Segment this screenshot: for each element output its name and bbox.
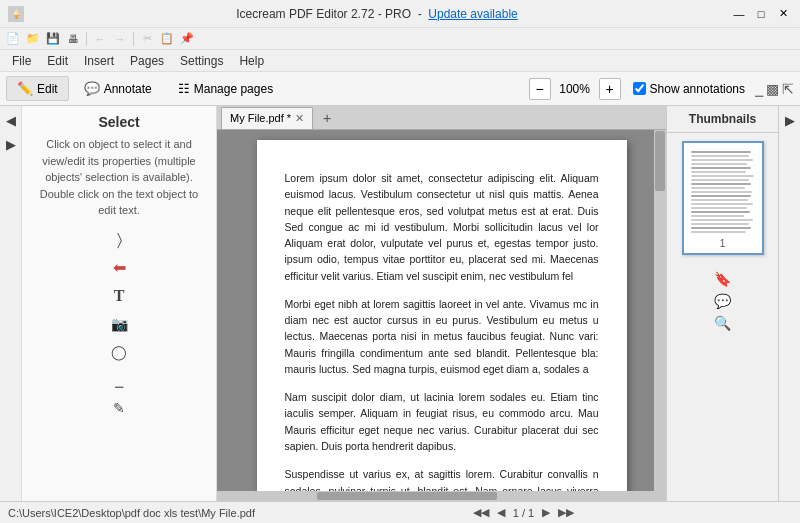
zoom-out-button[interactable]: − (529, 78, 551, 100)
hand-tool-icon[interactable]: 〉 (108, 229, 130, 251)
vertical-scrollbar[interactable] (654, 130, 666, 491)
zoom-value: 100% (555, 82, 595, 96)
line-tool-icon[interactable]: ⎯ (108, 369, 130, 391)
first-page-button[interactable]: ◀◀ (473, 505, 489, 521)
tab-label: My File.pdf * (230, 112, 291, 124)
right-tool-strip: ▶ (778, 106, 800, 501)
annotation-icons: ⎯ ▩ ⇱ (755, 81, 794, 97)
right-panel-icons: 🔖 💬 🔍 (667, 263, 778, 339)
left-tool-panel: ◀ ▶ (0, 106, 22, 501)
thumbnails-header: Thumbnails (667, 106, 778, 133)
menubar: File Edit Insert Pages Settings Help (0, 50, 800, 72)
pdf-canvas[interactable]: Lorem ipsum dolor sit amet, consectetur … (217, 130, 666, 491)
select-tool-icon[interactable]: ⬅ (108, 257, 130, 279)
tab-bar: My File.pdf * ✕ + (217, 106, 666, 130)
separator (133, 32, 134, 46)
file-path: C:\Users\ICE2\Desktop\pdf doc xls test\M… (8, 507, 255, 519)
menu-settings[interactable]: Settings (172, 52, 231, 70)
thumbnail-number: 1 (720, 238, 726, 249)
manage-pages-button[interactable]: ☷ Manage pages (167, 76, 284, 101)
menu-pages[interactable]: Pages (122, 52, 172, 70)
prev-page-button[interactable]: ◀ (493, 505, 509, 521)
bookmark-icon[interactable]: 🔖 (714, 271, 731, 287)
chat-icon: 💬 (84, 81, 100, 96)
edit-label: Edit (37, 82, 58, 96)
thumbnails-panel: Thumbnails (666, 106, 778, 501)
pages-icon: ☷ (178, 81, 190, 96)
show-annotations-checkbox[interactable] (633, 82, 646, 95)
print-icon[interactable]: 🖶 (64, 30, 82, 48)
menu-insert[interactable]: Insert (76, 52, 122, 70)
bottom-navigation: ◀◀ ◀ 1 / 1 ▶ ▶▶ (473, 505, 574, 521)
save-icon[interactable]: 💾 (44, 30, 62, 48)
titlebar-controls: — □ ✕ (730, 5, 792, 23)
tab-close-button[interactable]: ✕ (295, 112, 304, 125)
copy-icon[interactable]: 📋 (158, 30, 176, 48)
next-panel-button[interactable]: ▶ (1, 134, 21, 154)
paste-icon[interactable]: 📌 (178, 30, 196, 48)
shape-tool-icon[interactable]: ◯ (108, 341, 130, 363)
new-icon[interactable]: 📄 (4, 30, 22, 48)
thumbnail-preview (688, 147, 758, 235)
draw-tool-icon[interactable]: ✎ (108, 397, 130, 419)
annotate-label: Annotate (104, 82, 152, 96)
pdf-page: Lorem ipsum dolor sit amet, consectetur … (257, 140, 627, 491)
titlebar-title: Icecream PDF Editor 2.72 - PRO - Update … (24, 7, 730, 21)
maximize-button[interactable]: □ (752, 5, 770, 23)
cut-icon[interactable]: ✂ (138, 30, 156, 48)
text-tool-icon[interactable]: T (108, 285, 130, 307)
scrollbar-thumb[interactable] (655, 131, 665, 191)
pdf-paragraph-2: Morbi eget nibh at lorem sagittis laoree… (285, 296, 599, 377)
pencil-icon: ✏️ (17, 81, 33, 96)
annot-icon-1[interactable]: ⎯ (755, 81, 763, 97)
titlebar: 🍦 Icecream PDF Editor 2.72 - PRO - Updat… (0, 0, 800, 28)
annot-icon-2[interactable]: ▩ (766, 81, 779, 97)
content-area: My File.pdf * ✕ + Lorem ipsum dolor sit … (217, 106, 666, 501)
next-page-button[interactable]: ▶ (538, 505, 554, 521)
edit-button[interactable]: ✏️ Edit (6, 76, 69, 101)
pdf-paragraph-4: Suspendisse ut varius ex, at sagittis lo… (285, 466, 599, 491)
thumbnail-page-1[interactable]: 1 (682, 141, 764, 255)
page-indicator: 1 / 1 (513, 507, 534, 519)
pdf-tab[interactable]: My File.pdf * ✕ (221, 107, 313, 129)
annotate-button[interactable]: 💬 Annotate (73, 76, 163, 101)
select-title: Select (22, 106, 216, 136)
action-toolbar: ✏️ Edit 💬 Annotate ☷ Manage pages − 100%… (0, 72, 800, 106)
annot-icon-3[interactable]: ⇱ (782, 81, 794, 97)
add-tab-button[interactable]: + (317, 108, 337, 128)
show-annotations: Show annotations (633, 82, 745, 96)
open-icon[interactable]: 📁 (24, 30, 42, 48)
separator (86, 32, 87, 46)
undo-icon[interactable]: ← (91, 30, 109, 48)
panel-toggle-button[interactable]: ▶ (780, 110, 800, 130)
bottom-bar: C:\Users\ICE2\Desktop\pdf doc xls test\M… (0, 501, 800, 523)
close-button[interactable]: ✕ (774, 5, 792, 23)
manage-pages-label: Manage pages (194, 82, 273, 96)
menu-file[interactable]: File (4, 52, 39, 70)
menu-edit[interactable]: Edit (39, 52, 76, 70)
menu-help[interactable]: Help (231, 52, 272, 70)
sidebar-tool-icons: 〉 ⬅ T 📷 ◯ ⎯ ✎ (22, 219, 216, 502)
icon-toolbar: 📄 📁 💾 🖶 ← → ✂ 📋 📌 (0, 28, 800, 50)
left-sidebar: Select Click on object to select it and … (22, 106, 217, 501)
thumbnail-area: 1 (667, 133, 778, 263)
zoom-control: − 100% + (529, 78, 621, 100)
select-description: Click on object to select it and view/ed… (22, 136, 216, 219)
last-page-button[interactable]: ▶▶ (558, 505, 574, 521)
show-annotations-label: Show annotations (650, 82, 745, 96)
redo-icon[interactable]: → (111, 30, 129, 48)
comment-icon[interactable]: 💬 (714, 293, 731, 309)
update-link[interactable]: Update available (428, 7, 517, 21)
pdf-paragraph-1: Lorem ipsum dolor sit amet, consectetur … (285, 170, 599, 284)
search-icon[interactable]: 🔍 (714, 315, 731, 331)
prev-panel-button[interactable]: ◀ (1, 110, 21, 130)
image-tool-icon[interactable]: 📷 (108, 313, 130, 335)
hscrollbar-thumb[interactable] (317, 492, 497, 500)
thumb-content (688, 147, 758, 235)
minimize-button[interactable]: — (730, 5, 748, 23)
main-layout: ◀ ▶ Select Click on object to select it … (0, 106, 800, 501)
zoom-in-button[interactable]: + (599, 78, 621, 100)
titlebar-left: 🍦 (8, 6, 24, 22)
horizontal-scrollbar[interactable] (217, 491, 666, 501)
pdf-paragraph-3: Nam suscipit dolor diam, ut lacinia lore… (285, 389, 599, 454)
